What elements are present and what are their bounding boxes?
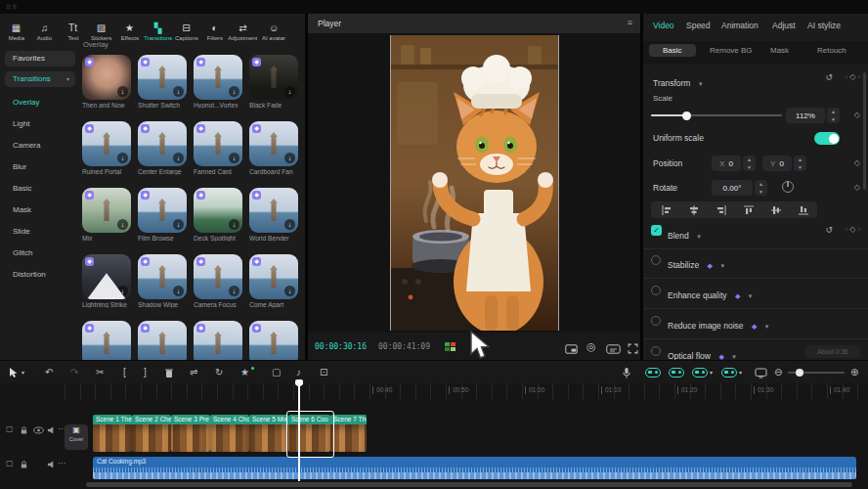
scale-stepper[interactable]: ▲▼ <box>827 108 840 123</box>
uniform-scale-toggle[interactable] <box>814 132 840 145</box>
voiceover-mic-icon[interactable] <box>622 361 631 384</box>
subtab-remove-bg[interactable]: Remove BG <box>710 46 753 55</box>
focus-frame-icon[interactable]: ◎ <box>586 340 596 353</box>
audio-waveform-strip[interactable] <box>93 472 856 479</box>
blend-keyframe-icon[interactable]: ‹ ◇ › <box>846 225 860 234</box>
pip-icon[interactable] <box>565 340 578 358</box>
fullscreen-icon[interactable] <box>628 340 638 358</box>
toolbar-item-transitions[interactable]: ▚Transitions <box>144 16 172 47</box>
subtab-basic[interactable]: Basic <box>649 44 696 57</box>
player-menu-icon[interactable]: ≡ <box>628 18 632 27</box>
timeline-clip-scene-4[interactable]: Scene 4 Cho <box>210 415 249 452</box>
position-y-field[interactable]: Y0 <box>762 156 792 171</box>
optical-flow-section-header[interactable]: Optical flow ◆ ▾ <box>668 345 736 360</box>
smart-tool-icon[interactable]: ★ <box>240 361 249 384</box>
transition-item[interactable]: ◆ ↓ Center Enlarge <box>138 121 194 175</box>
timeline-clip-scene-1[interactable]: Scene 1 The <box>93 415 132 452</box>
subtab-mask[interactable]: Mask <box>770 46 789 55</box>
transition-item[interactable]: ◆ <box>249 321 305 360</box>
transition-thumbnail[interactable]: ◆ <box>249 321 298 360</box>
transition-item[interactable]: ◆ <box>82 321 138 360</box>
rotate-dial-icon[interactable] <box>782 181 794 193</box>
blend-reset-icon[interactable]: ↺ <box>825 225 833 235</box>
transition-thumbnail[interactable]: ◆ ↓ <box>194 254 242 299</box>
align-bottom-icon[interactable] <box>798 204 809 216</box>
transition-thumbnail[interactable]: ◆ ↓ <box>82 188 131 233</box>
sidebar-item-mask[interactable]: Mask <box>13 205 31 214</box>
zoom-out-icon[interactable]: ⊖ <box>774 361 782 384</box>
transition-thumbnail[interactable]: ◆ ↓ <box>194 121 242 166</box>
sidebar-item-blur[interactable]: Blur <box>13 162 26 171</box>
timeline-clip-scene-7[interactable]: Scene 7 The <box>330 415 367 452</box>
transition-item[interactable]: ◆ ↓ Then and Now <box>82 55 138 109</box>
transition-thumbnail[interactable]: ◆ <box>82 321 131 360</box>
enhance-quality-checkbox[interactable] <box>651 286 661 295</box>
tab-adjust[interactable]: Adjust <box>772 21 796 30</box>
transition-item[interactable]: ◆ ↓ Come Apart <box>249 254 305 308</box>
transition-thumbnail[interactable]: ◆ ↓ <box>82 55 131 100</box>
cover-button[interactable]: ▣ Cover <box>65 424 88 450</box>
video-preview[interactable] <box>390 35 559 331</box>
transition-thumbnail[interactable]: ◆ ↓ <box>249 55 298 100</box>
transition-item[interactable]: ◆ ↓ World Bender <box>249 188 305 242</box>
timeline-clip-scene-3[interactable]: Scene 3 Pre <box>171 415 210 452</box>
tab-video[interactable]: Video <box>653 21 674 30</box>
toolbar-item-audio[interactable]: ♫Audio <box>30 16 59 47</box>
transition-thumbnail[interactable]: ◆ ↓ <box>194 55 242 100</box>
sidebar-item-glitch[interactable]: Glitch <box>13 248 32 257</box>
freeze-frame-icon[interactable]: ▢ <box>272 361 281 384</box>
toolbar-item-filters[interactable]: ◐Filters <box>200 16 229 47</box>
transition-thumbnail[interactable]: ◆ <box>138 321 187 360</box>
transition-item[interactable]: ◆ ↓ Camera Focus <box>194 254 249 308</box>
transition-thumbnail[interactable]: ◆ ↓ <box>249 254 298 299</box>
redo-icon[interactable]: ↷ <box>70 361 78 384</box>
scale-slider-thumb[interactable] <box>682 111 691 120</box>
eye-icon[interactable] <box>33 426 44 434</box>
transition-thumbnail[interactable]: ◆ ↓ <box>138 121 187 166</box>
transition-thumbnail[interactable]: ◆ <box>194 321 242 360</box>
preview-layout-icon[interactable] <box>755 361 767 384</box>
transition-thumbnail[interactable]: ◆ ↓ <box>138 55 187 100</box>
align-center-h-icon[interactable] <box>688 204 700 216</box>
undo-icon[interactable]: ↶ <box>45 361 53 384</box>
lock-icon[interactable] <box>20 425 28 435</box>
transition-item[interactable]: ◆ ↓ Deck Spotlight <box>194 188 249 242</box>
screen-capture-icon[interactable]: ⊡ <box>320 361 327 384</box>
transition-item[interactable]: ◆ ↓ Hypnot...Vortex <box>194 55 249 109</box>
transition-item[interactable]: ◆ ↓ Mix <box>82 188 138 242</box>
tab-animation[interactable]: Animation <box>721 21 759 30</box>
timeline-clip-scene-5[interactable]: Scene 5 Mix <box>249 415 288 452</box>
toolbar-item-captions[interactable]: ⊟Captions <box>172 16 200 47</box>
tab-ai-stylize[interactable]: AI stylize <box>807 21 841 30</box>
sidebar-item-distortion[interactable]: Distortion <box>13 270 46 279</box>
transition-item[interactable]: ◆ ↓ Shadow Wipe <box>138 254 194 308</box>
scale-slider[interactable] <box>651 114 782 116</box>
timeline-zoom-slider[interactable] <box>788 372 845 374</box>
sidebar-item-overlay[interactable]: Overlay <box>13 98 40 107</box>
transition-thumbnail[interactable]: ◆ ↓ <box>138 254 187 299</box>
select-tool-icon[interactable] <box>8 361 18 384</box>
preview-quality-icon[interactable] <box>606 340 621 358</box>
timeline-scrollbar[interactable] <box>86 482 852 487</box>
subtab-retouch[interactable]: Retouch <box>817 46 846 55</box>
extract-audio-icon[interactable]: ♪ <box>296 361 301 384</box>
toolbar-item-adjustment[interactable]: ⇄Adjustment <box>229 16 257 47</box>
sidebar-item-light[interactable]: Light <box>13 119 29 128</box>
blend-checkbox[interactable]: ✓ <box>651 225 662 236</box>
delete-right-icon[interactable]: ] <box>144 361 147 384</box>
transition-item[interactable]: ◆ ↓ Lightning Strike <box>82 254 138 308</box>
transition-item[interactable]: ◆ <box>194 321 249 360</box>
lock-icon[interactable] <box>20 460 28 469</box>
rotate-value-field[interactable]: 0.00° <box>712 180 753 196</box>
timeline-zoom-thumb[interactable] <box>796 369 803 377</box>
sidebar-item-basic[interactable]: Basic <box>13 184 32 193</box>
rotate-stepper[interactable]: ▲▼ <box>755 180 767 196</box>
transform-reset-icon[interactable]: ↺ <box>825 72 833 82</box>
sidebar-transitions-button[interactable]: Transitions ▾ <box>5 71 75 87</box>
stabilize-checkbox[interactable] <box>651 255 661 265</box>
transition-thumbnail[interactable]: ◆ ↓ <box>138 188 187 233</box>
rotate-keyframe-icon[interactable]: ◇ <box>854 183 860 192</box>
sidebar-item-camera[interactable]: Camera <box>13 141 40 150</box>
transition-thumbnail[interactable]: ◆ ↓ <box>82 121 131 166</box>
chevron-down-icon[interactable]: ▾ <box>739 361 742 384</box>
